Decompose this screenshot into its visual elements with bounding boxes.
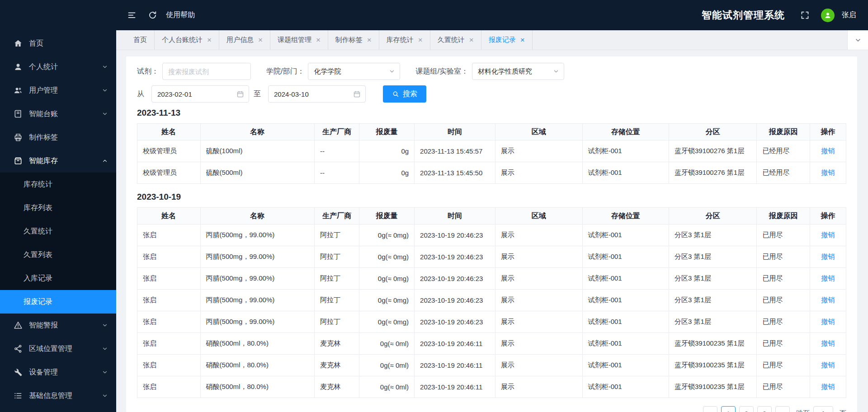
page-jump-input[interactable] — [813, 406, 833, 412]
tab-3[interactable]: 课题组管理× — [270, 30, 328, 50]
fullscreen-icon[interactable] — [796, 6, 814, 24]
avatar[interactable] — [821, 9, 835, 22]
cell: 阿拉丁 — [314, 225, 359, 246]
date-from-input[interactable] — [157, 90, 236, 98]
cell: 丙腈(500mg，99.00%) — [200, 225, 314, 246]
table-header-row: 姓名名称生产厂商报废量时间区域存储位置分区报废原因操作 — [137, 124, 846, 140]
tab-1[interactable]: 个人台账统计× — [155, 30, 219, 50]
sidebar-item-label: 首页 — [29, 39, 108, 48]
close-icon[interactable]: × — [418, 36, 423, 44]
search-button[interactable]: 搜索 — [383, 85, 426, 103]
revoke-link[interactable]: 撤销 — [821, 274, 835, 282]
cell: 试剂柜-001 — [582, 225, 669, 246]
tab-4[interactable]: 制作标签× — [328, 30, 379, 50]
revoke-link[interactable]: 撤销 — [821, 361, 835, 369]
help-link[interactable]: 使用帮助 — [166, 10, 195, 20]
username[interactable]: 张启 — [842, 10, 856, 20]
cell: 试剂柜-001 — [582, 355, 669, 376]
sidebar-item-6[interactable]: 智能警报 — [0, 314, 116, 337]
department-select[interactable]: 化学学院 — [308, 63, 400, 80]
sidebar-item-2[interactable]: 用户管理 — [0, 79, 116, 102]
cell: 校级管理员 — [137, 140, 201, 162]
column-header: 报废量 — [359, 208, 414, 225]
cell: 阿拉丁 — [314, 290, 359, 311]
sidebar-item-1[interactable]: 个人统计 — [0, 55, 116, 79]
revoke-link[interactable]: 撤销 — [821, 296, 835, 304]
close-icon[interactable]: × — [367, 36, 372, 44]
refresh-icon[interactable] — [143, 6, 161, 24]
revoke-link[interactable]: 撤销 — [821, 231, 835, 239]
cell: 试剂柜-001 — [582, 290, 669, 311]
printer-icon — [14, 133, 23, 142]
column-header: 时间 — [415, 208, 495, 225]
cell-action: 撤销 — [810, 311, 846, 333]
tabs-dropdown-button[interactable] — [847, 30, 868, 50]
main-column: 使用帮助 智能试剂管理系统 张启 首页个人台账统计×用户信息×课题组管理×制作标… — [116, 0, 868, 412]
cell-action: 撤销 — [810, 140, 846, 162]
cell-action: 撤销 — [810, 376, 846, 398]
sidebar-subitem-2[interactable]: 久置统计 — [0, 220, 116, 243]
close-icon[interactable]: × — [469, 36, 474, 44]
sidebar-subitem-4[interactable]: 入库记录 — [0, 267, 116, 290]
cell: 2023-10-19 20:46:23 — [415, 246, 495, 268]
prev-page-button[interactable]: ‹ — [703, 406, 717, 412]
sidebar-item-7[interactable]: 区域位置管理 — [0, 337, 116, 360]
revoke-link[interactable]: 撤销 — [821, 339, 835, 347]
cell: 已用尽 — [757, 355, 810, 376]
cell: 已用尽 — [757, 290, 810, 311]
column-header: 区域 — [495, 124, 582, 140]
sidebar-subitem-0[interactable]: 库存统计 — [0, 173, 116, 196]
chevron-down-icon — [553, 68, 559, 75]
date-to-label: 至 — [254, 89, 261, 99]
cell: 张启 — [137, 246, 201, 268]
table-row: 张启丙腈(500mg，99.00%)阿拉丁0g(≈ 0mg)2023-10-19… — [137, 246, 846, 268]
reagent-search-input[interactable] — [162, 63, 251, 80]
ledger-icon — [14, 109, 23, 118]
close-icon[interactable]: × — [258, 36, 263, 44]
tab-2[interactable]: 用户信息× — [219, 30, 270, 50]
menu-collapse-icon[interactable] — [123, 6, 141, 24]
page-button-3[interactable]: 3 — [757, 406, 772, 412]
tab-7[interactable]: 报废记录× — [481, 30, 533, 50]
tab-0[interactable]: 首页 — [126, 30, 155, 50]
sidebar-subitem-1[interactable]: 库存列表 — [0, 196, 116, 220]
next-page-button[interactable]: › — [775, 406, 790, 412]
column-header: 姓名 — [137, 208, 201, 225]
cell: 0g(≈ 0mg) — [359, 290, 414, 311]
records-table: 姓名名称生产厂商报废量时间区域存储位置分区报废原因操作校级管理员硫酸(100ml… — [137, 123, 846, 184]
close-icon[interactable]: × — [316, 36, 321, 44]
sidebar-subitem-3[interactable]: 久置列表 — [0, 243, 116, 267]
page-button-1[interactable]: 1 — [721, 406, 736, 412]
sidebar-item-5[interactable]: 智能库存 — [0, 149, 116, 173]
column-header: 名称 — [200, 208, 314, 225]
sidebar-item-8[interactable]: 设备管理 — [0, 360, 116, 384]
tab-5[interactable]: 库存统计× — [379, 30, 430, 50]
revoke-link[interactable]: 撤销 — [821, 318, 835, 325]
sidebar-item-label: 区域位置管理 — [29, 344, 102, 354]
tab-6[interactable]: 久置统计× — [430, 30, 481, 50]
close-icon[interactable]: × — [207, 36, 212, 44]
cell: 阿拉丁 — [314, 268, 359, 290]
cell: 已用尽 — [757, 246, 810, 268]
pagination: ‹123›跳至页 — [137, 406, 846, 412]
date-from-picker[interactable] — [151, 85, 249, 103]
alert-icon — [14, 321, 23, 330]
sidebar-item-9[interactable]: 基础信息管理 — [0, 384, 116, 407]
lab-group-select[interactable]: 材料化学性质研究 — [472, 63, 564, 80]
close-icon[interactable]: × — [520, 36, 525, 44]
revoke-link[interactable]: 撤销 — [821, 169, 835, 176]
date-to-picker[interactable] — [268, 85, 366, 103]
revoke-link[interactable]: 撤销 — [821, 383, 835, 390]
page-button-2[interactable]: 2 — [739, 406, 754, 412]
sidebar-subitem-5[interactable]: 报废记录 — [0, 290, 116, 314]
cell: 展示 — [495, 140, 582, 162]
sidebar-item-3[interactable]: 智能台账 — [0, 102, 116, 126]
sidebar-item-0[interactable]: 首页 — [0, 32, 116, 55]
tab-label: 库存统计 — [387, 36, 414, 44]
revoke-link[interactable]: 撤销 — [821, 147, 835, 154]
sidebar-item-4[interactable]: 制作标签 — [0, 126, 116, 149]
home-icon — [14, 39, 23, 48]
revoke-link[interactable]: 撤销 — [821, 253, 835, 260]
cell: 蓝牙锁39100276 第1层 — [669, 162, 756, 184]
date-to-input[interactable] — [274, 90, 353, 98]
